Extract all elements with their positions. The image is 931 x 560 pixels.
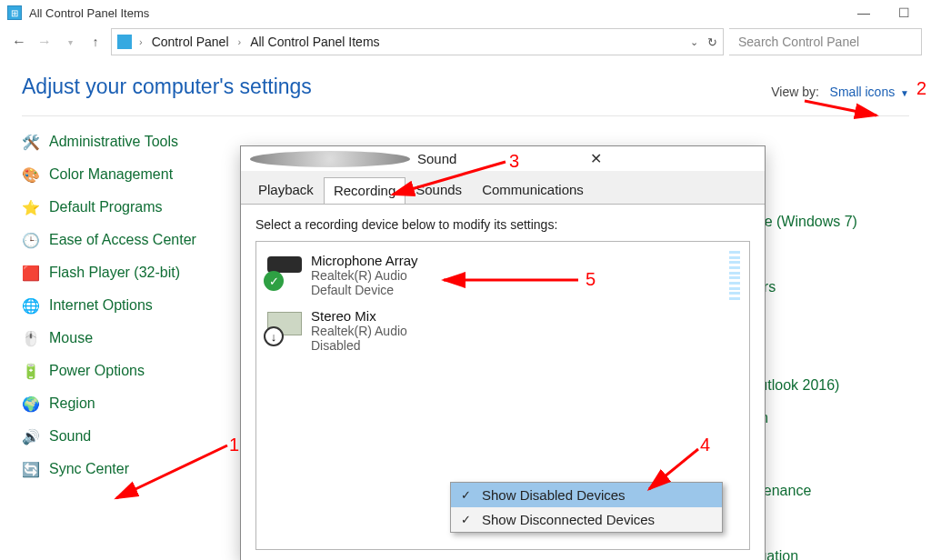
item-label: Sync Center (49, 461, 129, 477)
item-icon: 🕒 (22, 231, 40, 249)
caret-down-icon: ▼ (898, 88, 909, 98)
device-status: Default Device (311, 283, 418, 297)
dropdown-caret-icon[interactable]: ⌄ (690, 36, 698, 48)
device-status: Disabled (311, 338, 407, 353)
device-icon: ✓ (267, 253, 302, 287)
item-label: Default Programs (49, 199, 163, 215)
item-icon: 🔋 (22, 362, 40, 380)
device-icon: ↓ (267, 308, 302, 343)
context-menu-item[interactable]: ✓Show Disabled Devices (451, 483, 722, 507)
view-by-value[interactable]: Small icons (830, 85, 896, 99)
close-button[interactable]: ✕ (585, 146, 756, 171)
device-name: Stereo Mix (311, 308, 407, 324)
annotation-number: 4 (700, 435, 710, 455)
dialog-title-text: Sound (417, 151, 577, 166)
item-icon: 🎨 (22, 165, 40, 184)
maximize-button[interactable]: ☐ (884, 2, 924, 24)
device-text: Stereo Mix Realtek(R) Audio Disabled (311, 308, 407, 353)
sound-icon (250, 151, 410, 167)
view-by-control[interactable]: View by: Small icons ▼ (771, 85, 909, 99)
control-panel-icon (117, 35, 132, 49)
context-menu-label: Show Disconnected Devices (482, 512, 655, 527)
refresh-icon[interactable]: ↻ (707, 35, 717, 49)
context-menu-label: Show Disabled Devices (482, 487, 626, 503)
minimize-button[interactable]: — (844, 2, 884, 24)
forward-button[interactable]: → (35, 32, 55, 52)
window-title: All Control Panel Items (27, 6, 844, 20)
dialog-tabs: PlaybackRecordingSoundsCommunications (241, 171, 765, 204)
device-driver: Realtek(R) Audio (311, 324, 407, 338)
breadcrumb[interactable]: › Control Panel › All Control Panel Item… (111, 28, 724, 55)
annotation-number: 1 (229, 435, 239, 455)
control-panel-icon: ⊞ (7, 5, 22, 20)
up-button[interactable]: ↑ (85, 32, 105, 52)
item-label: Flash Player (32-bit) (49, 265, 180, 281)
device-driver: Realtek(R) Audio (311, 268, 418, 283)
back-button[interactable]: ← (9, 32, 29, 52)
search-placeholder: Search Control Panel (738, 35, 859, 49)
annotation-number: 3 (509, 151, 519, 172)
item-label: Region (49, 395, 95, 412)
device-item[interactable]: ✓ Microphone Array Realtek(R) Audio Defa… (260, 247, 746, 303)
breadcrumb-item[interactable]: Control Panel (148, 33, 233, 51)
item-label: Ease of Access Center (49, 232, 196, 248)
device-text: Microphone Array Realtek(R) Audio Defaul… (311, 253, 418, 297)
recent-locations-dropdown[interactable]: ▾ (60, 32, 80, 52)
device-item[interactable]: ↓ Stereo Mix Realtek(R) Audio Disabled (260, 303, 746, 358)
item-icon: ⭐ (22, 198, 40, 216)
check-icon: ✓ (458, 513, 473, 526)
page-title: Adjust your computer's settings (22, 75, 771, 99)
window-titlebar: ⊞ All Control Panel Items — ☐ (0, 0, 931, 25)
item-label: Mouse (49, 330, 93, 346)
tab-recording[interactable]: Recording (324, 177, 405, 205)
item-label: Internet Options (49, 297, 153, 314)
tab-communications[interactable]: Communications (472, 176, 594, 204)
item-label: Administrative Tools (49, 134, 178, 150)
annotation-number: 2 (916, 78, 926, 99)
device-name: Microphone Array (311, 253, 418, 268)
item-label: Color Management (49, 166, 173, 183)
annotation-number: 5 (586, 269, 596, 290)
context-menu-item[interactable]: ✓Show Disconnected Devices (451, 507, 722, 532)
tab-playback[interactable]: Playback (248, 176, 324, 204)
page-header: Adjust your computer's settings View by:… (0, 58, 931, 110)
item-icon: 🛠️ (22, 133, 40, 151)
item-icon: 🌍 (22, 395, 40, 413)
dialog-titlebar[interactable]: Sound ✕ (241, 146, 765, 171)
item-icon: 🔊 (22, 427, 40, 445)
instruction-text: Select a recording device below to modif… (255, 217, 750, 232)
context-menu: ✓Show Disabled Devices✓Show Disconnected… (450, 482, 723, 533)
check-icon: ✓ (458, 488, 473, 502)
address-bar: ← → ▾ ↑ › Control Panel › All Control Pa… (0, 25, 931, 58)
item-label: Power Options (49, 363, 145, 379)
item-icon: 🟥 (22, 264, 40, 282)
view-by-label: View by: (771, 85, 819, 99)
item-icon: 🖱️ (22, 329, 40, 347)
divider (22, 115, 909, 116)
level-meter-icon (729, 251, 740, 300)
tab-sounds[interactable]: Sounds (405, 176, 472, 204)
item-icon: 🌐 (22, 296, 40, 315)
item-icon: 🔄 (22, 460, 40, 478)
chevron-right-icon: › (236, 36, 244, 47)
chevron-right-icon: › (137, 36, 145, 47)
breadcrumb-item[interactable]: All Control Panel Items (246, 33, 383, 51)
item-label: Sound (49, 428, 91, 445)
search-input[interactable]: Search Control Panel (729, 28, 922, 55)
